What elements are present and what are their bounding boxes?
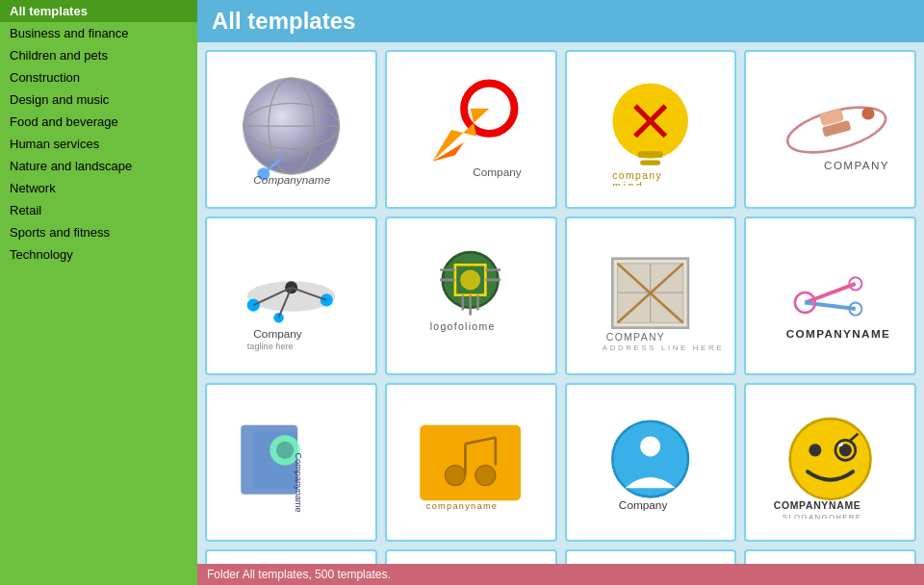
- template-card-6[interactable]: logofoliome: [385, 216, 557, 375]
- content-header: All templates: [197, 0, 924, 42]
- svg-text:SLOGANGOHERE: SLOGANGOHERE: [783, 512, 862, 519]
- sidebar-item-food-beverage[interactable]: Food and beverage: [0, 111, 197, 133]
- sidebar-item-all-templates[interactable]: All templates: [0, 0, 197, 22]
- template-card-1[interactable]: Companyname: [205, 50, 377, 209]
- status-bar: Folder All templates, 500 templates.: [197, 564, 924, 585]
- template-card-12[interactable]: COMPANYNAME SLOGANGOHERE: [744, 383, 916, 542]
- sidebar-item-children-pets[interactable]: Children and pets: [0, 44, 197, 66]
- template-card-9[interactable]: Companyname: [205, 383, 377, 542]
- svg-point-20: [861, 107, 874, 119]
- sidebar-item-construction[interactable]: Construction: [0, 66, 197, 89]
- sidebar-item-nature-landscape[interactable]: Nature and landscape: [0, 155, 197, 177]
- svg-text:COMPANYNAME: COMPANYNAME: [786, 327, 890, 340]
- svg-text:COMPANYNAME: COMPANYNAME: [774, 500, 861, 511]
- svg-text:Companyname: Companyname: [293, 452, 302, 512]
- svg-text:mind: mind: [613, 180, 645, 186]
- svg-text:Companyname: Companyname: [253, 173, 330, 186]
- sidebar-item-network[interactable]: Network: [0, 177, 197, 199]
- svg-text:Company: Company: [253, 327, 302, 340]
- sidebar-item-design-music[interactable]: Design and music: [0, 89, 197, 111]
- template-card-5[interactable]: Company tagline here: [205, 216, 377, 375]
- svg-point-60: [276, 441, 294, 458]
- svg-text:COMPANY: COMPANY: [824, 158, 889, 170]
- svg-text:tagline here: tagline here: [247, 342, 294, 351]
- template-card-7[interactable]: COMPANY ADDRESS LINE HERE: [565, 216, 737, 375]
- svg-text:Company: Company: [474, 165, 523, 178]
- svg-point-72: [790, 419, 871, 499]
- svg-text:companyname: companyname: [426, 501, 498, 511]
- svg-point-63: [446, 465, 466, 485]
- template-card-3[interactable]: company mind: [565, 50, 737, 209]
- svg-text:logofoliome: logofoliome: [430, 321, 496, 332]
- sidebar-item-business-finance[interactable]: Business and finance: [0, 22, 197, 44]
- template-card-15[interactable]: [565, 549, 737, 564]
- sidebar-item-human-services[interactable]: Human services: [0, 133, 197, 155]
- svg-point-70: [640, 436, 660, 456]
- template-card-4[interactable]: COMPANY: [744, 50, 916, 209]
- svg-rect-62: [421, 424, 522, 500]
- template-card-13[interactable]: [205, 549, 377, 564]
- templates-scroll[interactable]: Companyname Company: [197, 42, 924, 564]
- template-card-11[interactable]: Company: [565, 383, 737, 542]
- template-card-2[interactable]: Company: [385, 50, 557, 209]
- svg-point-73: [808, 444, 821, 456]
- svg-line-51: [805, 283, 855, 302]
- svg-rect-13: [638, 151, 663, 158]
- svg-point-64: [475, 465, 496, 485]
- svg-rect-14: [640, 160, 660, 165]
- template-card-16[interactable]: [744, 549, 916, 564]
- templates-grid: Companyname Company: [205, 50, 916, 564]
- sidebar: All templates Business and finance Child…: [0, 0, 197, 585]
- template-card-10[interactable]: companyname: [385, 383, 557, 542]
- sidebar-item-technology[interactable]: Technology: [0, 243, 197, 266]
- template-card-14[interactable]: [385, 549, 557, 564]
- svg-text:company: company: [613, 170, 663, 181]
- template-card-8[interactable]: COMPANYNAME: [744, 216, 916, 375]
- svg-text:ADDRESS LINE HERE: ADDRESS LINE HERE: [603, 343, 724, 352]
- content-area: All templates: [197, 0, 924, 585]
- svg-point-34: [461, 269, 481, 290]
- main-container: All templates Business and finance Child…: [0, 0, 924, 585]
- sidebar-item-retail[interactable]: Retail: [0, 199, 197, 221]
- svg-text:Company: Company: [619, 498, 668, 511]
- sidebar-item-sports-fitness[interactable]: Sports and fitness: [0, 221, 197, 243]
- svg-text:COMPANY: COMPANY: [606, 331, 665, 342]
